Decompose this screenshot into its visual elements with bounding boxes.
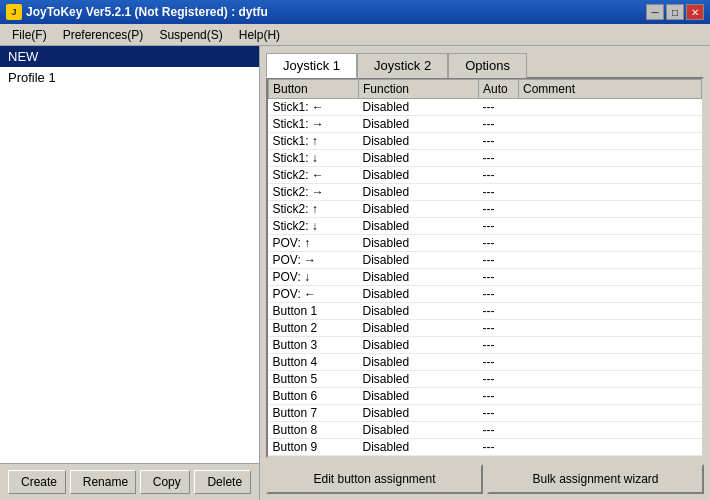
cell-comment [519,405,702,422]
table-row[interactable]: Stick1: ←Disabled--- [269,99,702,116]
cell-button: Button 8 [269,422,359,439]
cell-button: Button 5 [269,371,359,388]
table-row[interactable]: Stick2: ↓Disabled--- [269,218,702,235]
create-button[interactable]: Create [8,470,66,494]
cell-auto: --- [479,269,519,286]
tab-joystick2[interactable]: Joystick 2 [357,53,448,78]
cell-comment [519,439,702,456]
menu-suspend[interactable]: Suspend(S) [151,26,230,44]
title-bar-controls[interactable]: ─ □ ✕ [646,4,704,20]
cell-function: Disabled [359,320,479,337]
bulk-assignment-wizard-button[interactable]: Bulk assignment wizard [487,464,704,494]
cell-comment [519,354,702,371]
col-header-button: Button [269,80,359,99]
table-row[interactable]: POV: ←Disabled--- [269,286,702,303]
cell-comment [519,167,702,184]
cell-comment [519,320,702,337]
profile-item-profile1[interactable]: Profile 1 [0,67,259,88]
cell-button: POV: ← [269,286,359,303]
cell-function: Disabled [359,422,479,439]
cell-comment [519,184,702,201]
cell-button: Stick2: ↑ [269,201,359,218]
close-button[interactable]: ✕ [686,4,704,20]
cell-auto: --- [479,422,519,439]
cell-button: POV: ↓ [269,269,359,286]
edit-button-assignment-button[interactable]: Edit button assignment [266,464,483,494]
table-row[interactable]: Stick2: ↑Disabled--- [269,201,702,218]
cell-function: Disabled [359,354,479,371]
title-bar-left: J JoyToKey Ver5.2.1 (Not Registered) : d… [6,4,268,20]
table-row[interactable]: Stick2: →Disabled--- [269,184,702,201]
cell-button: Stick2: ← [269,167,359,184]
cell-button: Stick1: ↓ [269,150,359,167]
rename-button[interactable]: Rename [70,470,136,494]
cell-auto: --- [479,235,519,252]
cell-auto: --- [479,116,519,133]
menu-file[interactable]: File(F) [4,26,55,44]
cell-button: POV: → [269,252,359,269]
cell-comment [519,150,702,167]
cell-function: Disabled [359,303,479,320]
cell-comment [519,99,702,116]
cell-button: POV: ↑ [269,235,359,252]
table-row[interactable]: Button 5Disabled--- [269,371,702,388]
table-row[interactable]: Button 8Disabled--- [269,422,702,439]
cell-comment [519,235,702,252]
tab-joystick1[interactable]: Joystick 1 [266,53,357,78]
cell-comment [519,218,702,235]
table-row[interactable]: Stick2: ←Disabled--- [269,167,702,184]
table-row[interactable]: Button 7Disabled--- [269,405,702,422]
table-row[interactable]: Button 4Disabled--- [269,354,702,371]
cell-function: Disabled [359,235,479,252]
cell-button: Button 9 [269,439,359,456]
copy-button[interactable]: Copy [140,470,191,494]
profile-list[interactable]: NEWProfile 1 [0,46,259,463]
table-row[interactable]: Stick1: ↑Disabled--- [269,133,702,150]
cell-function: Disabled [359,439,479,456]
menu-preferences[interactable]: Preferences(P) [55,26,152,44]
cell-function: Disabled [359,133,479,150]
tabs: Joystick 1 Joystick 2 Options [266,52,704,77]
table-row[interactable]: Stick1: →Disabled--- [269,116,702,133]
cell-function: Disabled [359,116,479,133]
table-row[interactable]: POV: ↑Disabled--- [269,235,702,252]
cell-comment [519,388,702,405]
table-row[interactable]: Button 2Disabled--- [269,320,702,337]
cell-button: Button 6 [269,388,359,405]
col-header-comment: Comment [519,80,702,99]
minimize-button[interactable]: ─ [646,4,664,20]
menu-bar: File(F) Preferences(P) Suspend(S) Help(H… [0,24,710,46]
table-row[interactable]: Button 6Disabled--- [269,388,702,405]
table-row[interactable]: POV: →Disabled--- [269,252,702,269]
table-row[interactable]: Button 3Disabled--- [269,337,702,354]
cell-auto: --- [479,439,519,456]
delete-button[interactable]: Delete [194,470,251,494]
action-buttons: Edit button assignment Bulk assignment w… [266,464,704,494]
cell-auto: --- [479,99,519,116]
cell-auto: --- [479,133,519,150]
col-header-auto: Auto [479,80,519,99]
main-container: NEWProfile 1 Create Rename Copy Delete J… [0,46,710,500]
profile-item-new[interactable]: NEW [0,46,259,67]
menu-help[interactable]: Help(H) [231,26,288,44]
cell-comment [519,337,702,354]
cell-function: Disabled [359,218,479,235]
table-row[interactable]: Stick1: ↓Disabled--- [269,150,702,167]
cell-button: Stick1: → [269,116,359,133]
cell-function: Disabled [359,184,479,201]
table-row[interactable]: Button 9Disabled--- [269,439,702,456]
cell-button: Button 1 [269,303,359,320]
cell-auto: --- [479,252,519,269]
table-row[interactable]: POV: ↓Disabled--- [269,269,702,286]
left-panel: NEWProfile 1 Create Rename Copy Delete [0,46,260,500]
cell-function: Disabled [359,150,479,167]
cell-button: Stick2: → [269,184,359,201]
maximize-button[interactable]: □ [666,4,684,20]
table-scroll[interactable]: Button Function Auto Comment Stick1: ←Di… [268,79,702,456]
table-row[interactable]: Button 1Disabled--- [269,303,702,320]
cell-function: Disabled [359,286,479,303]
cell-button: Stick1: ↑ [269,133,359,150]
bottom-buttons: Create Rename Copy Delete [0,463,259,500]
cell-function: Disabled [359,371,479,388]
tab-options[interactable]: Options [448,53,527,78]
